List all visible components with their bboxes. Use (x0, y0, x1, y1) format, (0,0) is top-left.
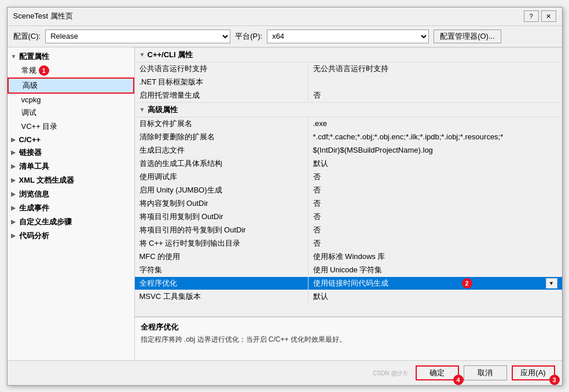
prop-row-preferred-arch[interactable]: 首选的生成工具体系结构 默认 (135, 157, 562, 171)
prop-value-preferred-arch: 默认 (309, 157, 562, 170)
sidebar-item-build-events[interactable]: ▶ 生成事件 (8, 201, 134, 215)
prop-value-target-ext: .exe (309, 118, 562, 129)
platform-select[interactable]: x64 (267, 29, 429, 43)
prop-name-build-log: 生成日志文件 (135, 144, 309, 157)
prop-value-use-debug-lib: 否 (309, 171, 562, 183)
sidebar-item-vcpkg[interactable]: vcpkg (8, 94, 134, 106)
desc-title: 全程序优化 (141, 322, 556, 332)
prop-name-copy-cpp-runtime: 将 C++ 运行时复制到输出目录 (135, 237, 309, 250)
custom-build-label: 自定义生成步骤 (19, 217, 72, 227)
prop-row-target-ext[interactable]: 目标文件扩展名 .exe (135, 117, 562, 131)
prop-row-managed-incremental[interactable]: 启用托管增量生成 否 (135, 89, 562, 102)
prop-row-copy-content[interactable]: 将内容复制到 OutDir 否 (135, 197, 562, 210)
sidebar-item-advanced[interactable]: 高级 (8, 77, 134, 94)
prop-row-mfc[interactable]: MFC 的使用 使用标准 Windows 库 (135, 250, 562, 264)
cpp-cli-arrow: ▼ (140, 51, 148, 58)
prop-row-msvc-toolset[interactable]: MSVC 工具集版本 默认 (135, 290, 562, 304)
sidebar-item-xml-gen[interactable]: ▶ XML 文档生成器 (8, 173, 134, 187)
config-select[interactable]: Release (45, 29, 230, 43)
prop-value-clr: 无公共语言运行时支持 (309, 62, 562, 75)
watermark: CSDN @沙方 (14, 368, 411, 378)
sidebar-item-debug[interactable]: 调试 (8, 106, 134, 120)
cancel-button[interactable]: 取消 (464, 365, 507, 380)
prop-name-msvc-toolset: MSVC 工具集版本 (135, 290, 309, 303)
advanced-label: 高级 (23, 80, 38, 91)
config-label: 配置(C): (13, 31, 41, 42)
section-cpp-cli[interactable]: ▼ C++/CLI 属性 (135, 47, 562, 62)
browse-arrow: ▶ (11, 191, 19, 197)
prop-name-mfc: MFC 的使用 (135, 250, 309, 263)
general-label: 常规 (21, 65, 36, 76)
button-bar: CSDN @沙方 确定 4 取消 应用(A) 3 (8, 360, 562, 385)
linker-arrow: ▶ (11, 149, 19, 156)
sidebar-item-vc-dirs[interactable]: VC++ 目录 (8, 120, 134, 134)
prop-row-copy-proj-ref[interactable]: 将项目引用复制到 OutDir 否 (135, 210, 562, 224)
tree-root-arrow: ▼ (11, 53, 19, 60)
left-panel: ▼ 配置属性 常规 1 高级 vcpkg 调试 VC++ 目录 (8, 47, 135, 360)
sidebar-item-linker[interactable]: ▶ 链接器 (8, 146, 134, 160)
sidebar-item-code-analysis[interactable]: ▶ 代码分析 (8, 229, 134, 243)
apply-badge: 3 (549, 375, 560, 385)
close-button[interactable]: ✕ (541, 10, 556, 22)
prop-name-clean-ext: 清除时要删除的扩展名 (135, 131, 309, 143)
prop-row-copy-symbols[interactable]: 将项目引用的符号复制到 OutDir 否 (135, 224, 562, 237)
prop-name-charset: 字符集 (135, 264, 309, 276)
tree-root[interactable]: ▼ 配置属性 (8, 50, 134, 64)
ok-btn-wrap: 确定 4 (416, 365, 459, 380)
browse-label: 浏览信息 (19, 189, 49, 199)
platform-label: 平台(P): (235, 31, 262, 42)
prop-name-preferred-arch: 首选的生成工具体系结构 (135, 157, 309, 170)
prop-value-copy-proj-ref: 否 (309, 210, 562, 223)
cpp-arrow: ▶ (11, 136, 19, 143)
sidebar-item-cpp[interactable]: ▶ C/C++ (8, 134, 134, 146)
prop-name-use-debug-lib: 使用调试库 (135, 171, 309, 183)
title-bar: SceneTest 属性页 ? ✕ (8, 8, 562, 26)
help-button[interactable]: ? (524, 10, 539, 22)
prop-value-dotnet (309, 81, 562, 83)
cpp-label: C/C++ (19, 135, 41, 144)
prop-row-clean-ext[interactable]: 清除时要删除的扩展名 *.cdf;*.cache;*.obj;*.obj.enc… (135, 131, 562, 144)
prop-value-managed-incremental: 否 (309, 89, 562, 102)
main-content: ▼ 配置属性 常规 1 高级 vcpkg 调试 VC++ 目录 (8, 47, 562, 360)
prop-row-copy-cpp-runtime[interactable]: 将 C++ 运行时复制到输出目录 否 (135, 237, 562, 250)
config-manager-button[interactable]: 配置管理器(O)... (434, 29, 501, 43)
prop-row-charset[interactable]: 字符集 使用 Unicode 字符集 (135, 264, 562, 277)
prop-row-build-log[interactable]: 生成日志文件 $(IntDir)$(MSBuildProjectName).lo… (135, 144, 562, 157)
sidebar-item-custom-build[interactable]: ▶ 自定义生成步骤 (8, 215, 134, 229)
toolbar: 配置(C): Release 平台(P): x64 配置管理器(O)... (8, 26, 562, 47)
prop-row-unity-build[interactable]: 启用 Unity (JUMBO)生成 否 (135, 184, 562, 197)
prop-row-dotnet[interactable]: .NET 目标框架版本 (135, 76, 562, 89)
prop-row-wpo[interactable]: 全程序优化 使用链接时间代码生成 2 ▼ (135, 277, 562, 290)
wpo-dropdown-btn[interactable]: ▼ (546, 278, 557, 289)
prop-row-clr[interactable]: 公共语言运行时支持 无公共语言运行时支持 (135, 62, 562, 76)
prop-name-dotnet: .NET 目标框架版本 (135, 76, 309, 88)
description-panel: 全程序优化 指定程序将跨 .obj 边界进行优化；当开启 C/C++ 优化时效果… (135, 317, 562, 360)
custom-build-arrow: ▶ (11, 219, 19, 225)
prop-name-clr: 公共语言运行时支持 (135, 62, 309, 75)
xml-gen-arrow: ▶ (11, 177, 19, 183)
prop-name-wpo: 全程序优化 (135, 277, 309, 290)
prop-value-unity-build: 否 (309, 184, 562, 197)
prop-value-copy-content: 否 (309, 197, 562, 210)
dialog-title: SceneTest 属性页 (13, 11, 73, 21)
prop-name-managed-incremental: 启用托管增量生成 (135, 89, 309, 102)
sidebar-item-manifest[interactable]: ▶ 清单工具 (8, 160, 134, 173)
cpp-cli-title: C++/CLI 属性 (148, 50, 193, 60)
prop-value-copy-symbols: 否 (309, 224, 562, 236)
wpo-value-text: 使用链接时间代码生成 (313, 278, 388, 289)
properties-area: ▼ C++/CLI 属性 公共语言运行时支持 无公共语言运行时支持 .NET 目… (135, 47, 562, 317)
general-badge: 1 (39, 65, 49, 76)
manifest-label: 清单工具 (19, 161, 49, 172)
sidebar-item-general[interactable]: 常规 1 (8, 64, 134, 77)
xml-gen-label: XML 文档生成器 (19, 175, 75, 186)
tree-root-label: 配置属性 (19, 51, 49, 62)
apply-button[interactable]: 应用(A) (512, 365, 555, 380)
desc-text: 指定程序将跨 .obj 边界进行优化；当开启 C/C++ 优化时效果最好。 (141, 335, 556, 345)
section-advanced-props[interactable]: ▼ 高级属性 (135, 102, 562, 117)
manifest-arrow: ▶ (11, 163, 19, 169)
code-analysis-arrow: ▶ (11, 232, 19, 239)
ok-button[interactable]: 确定 (416, 365, 459, 380)
sidebar-item-browse[interactable]: ▶ 浏览信息 (8, 187, 134, 201)
prop-value-copy-cpp-runtime: 否 (309, 237, 562, 250)
prop-row-use-debug-lib[interactable]: 使用调试库 否 (135, 171, 562, 184)
